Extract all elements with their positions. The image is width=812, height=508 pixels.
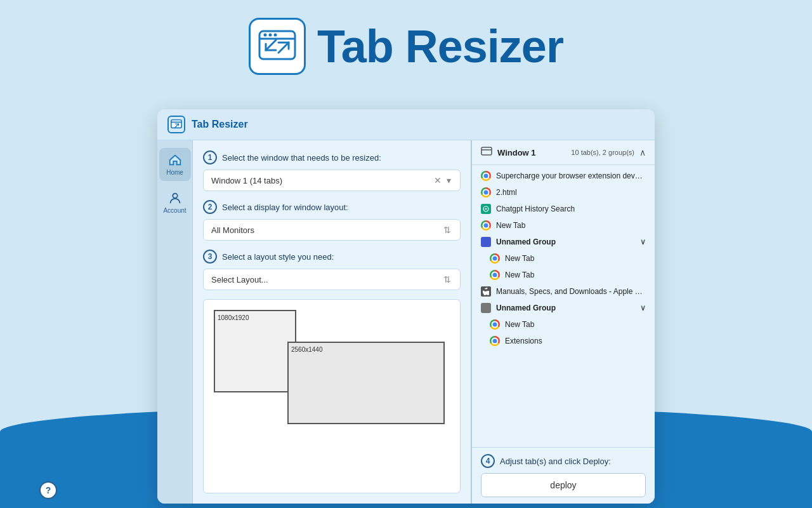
- app-titlebar: Tab Resizer: [157, 109, 655, 140]
- tab-favicon-chrome: [490, 270, 500, 280]
- tab-title: New Tab: [496, 221, 646, 230]
- deploy-button[interactable]: deploy: [481, 473, 646, 497]
- app-logo-icon: [249, 18, 306, 75]
- titlebar-label: Tab Resizer: [192, 119, 248, 130]
- tab-title: 2.html: [496, 188, 646, 197]
- step1-value: Window 1 (14 tabs): [211, 176, 433, 185]
- tab-item[interactable]: Supercharge your browser extension devel…: [472, 168, 655, 184]
- svg-rect-8: [481, 147, 492, 155]
- tab-item[interactable]: New Tab: [472, 250, 655, 267]
- tab-item[interactable]: 2.html: [472, 184, 655, 201]
- app-window: Tab Resizer Home Account: [157, 109, 655, 504]
- step1-header: 1 Select the window that needs to be res…: [203, 150, 461, 164]
- window-collapse-icon[interactable]: ∧: [639, 147, 646, 157]
- step1-clear-icon[interactable]: ✕: [433, 175, 443, 185]
- tab-item[interactable]: Extensions: [472, 333, 655, 349]
- svg-point-4: [274, 34, 277, 37]
- tab-favicon-chrome: [490, 253, 500, 264]
- group-title: Unnamed Group: [496, 237, 635, 246]
- group-chevron-icon[interactable]: ∨: [640, 304, 646, 312]
- sidebar-item-account[interactable]: Account: [159, 186, 191, 219]
- step4-number: 4: [481, 454, 495, 468]
- tab-item[interactable]: New Tab: [472, 267, 655, 283]
- right-panel: Window 1 10 tab(s), 2 group(s) ∧ Superch…: [472, 140, 655, 504]
- monitor-box-1-label: 1080x1920: [215, 313, 252, 323]
- left-panel: 1 Select the window that needs to be res…: [193, 140, 472, 504]
- step2-number: 2: [203, 200, 217, 214]
- step2-header: 2 Select a display for window layout:: [203, 200, 461, 214]
- tab-title: New Tab: [505, 320, 646, 329]
- deploy-section: 4 Adjust tab(s) and click Deploy: deploy: [472, 447, 655, 504]
- sidebar-item-home[interactable]: Home: [159, 148, 191, 181]
- monitor-preview: 1080x1920 2560x1440: [203, 299, 461, 493]
- monitor-box-2-label: 2560x1440: [289, 345, 325, 354]
- step3-label: Select a layout style you need:: [222, 252, 334, 262]
- step2-spinner-icon[interactable]: ⇅: [442, 225, 452, 235]
- window-icon: [481, 147, 492, 158]
- sidebar-account-label: Account: [163, 207, 186, 214]
- tab-title: Extensions: [505, 337, 646, 345]
- tab-favicon-chrome: [481, 220, 491, 231]
- sidebar: Home Account: [157, 140, 193, 504]
- tab-favicon-chatgpt: [481, 204, 491, 214]
- tab-item[interactable]: Manuals, Specs, and Downloads - Apple Su…: [472, 283, 655, 300]
- window-title: Window 1: [497, 148, 566, 157]
- step3-header: 3 Select a layout style you need:: [203, 250, 461, 264]
- step1-ctrl-icons: ✕ ▾: [433, 175, 452, 185]
- svg-point-7: [173, 194, 177, 198]
- step3-number: 3: [203, 250, 217, 264]
- tab-title: New Tab: [505, 271, 646, 279]
- step4-header: 4 Adjust tab(s) and click Deploy:: [481, 454, 646, 468]
- tab-favicon-chrome: [490, 319, 500, 330]
- group-dot: [481, 237, 491, 247]
- monitor-box-2: 2560x1440: [287, 342, 445, 424]
- step2-label: Select a display for window layout:: [222, 203, 348, 212]
- tab-favicon-chrome: [481, 171, 491, 181]
- step1-dropdown-icon[interactable]: ▾: [445, 175, 452, 185]
- tab-list: Supercharge your browser extension devel…: [472, 165, 655, 447]
- app-title: Tab Resizer: [317, 20, 563, 72]
- tab-title: Manuals, Specs, and Downloads - Apple Su…: [496, 287, 646, 296]
- group-chevron-icon[interactable]: ∨: [640, 237, 646, 246]
- step3-value: Select Layout...: [211, 275, 442, 284]
- svg-point-2: [264, 34, 267, 37]
- tab-title: Chatgpt History Search: [496, 204, 646, 213]
- step1-control[interactable]: Window 1 (14 tabs) ✕ ▾: [203, 170, 461, 191]
- step2-control[interactable]: All Monitors ⇅: [203, 219, 461, 241]
- step3-spinner-icon[interactable]: ⇅: [442, 274, 452, 284]
- window-count: 10 tab(s), 2 group(s): [571, 149, 634, 156]
- group-title: Unnamed Group: [496, 304, 635, 312]
- tab-favicon-chrome: [490, 336, 500, 346]
- sidebar-home-label: Home: [166, 169, 183, 176]
- window-header: Window 1 10 tab(s), 2 group(s) ∧: [472, 140, 655, 165]
- step1-section: 1 Select the window that needs to be res…: [203, 150, 461, 191]
- step1-number: 1: [203, 150, 217, 164]
- monitor-inner: 1080x1920 2560x1440: [211, 307, 452, 422]
- tab-item[interactable]: New Tab: [472, 217, 655, 234]
- step4-label: Adjust tab(s) and click Deploy:: [500, 457, 611, 466]
- step1-label: Select the window that needs to be resiz…: [222, 153, 381, 163]
- help-button[interactable]: ?: [39, 481, 57, 499]
- monitor-box-1: 1080x1920: [214, 310, 296, 392]
- tab-title: New Tab: [505, 254, 646, 263]
- titlebar-icon: [167, 116, 185, 133]
- tab-favicon-chrome: [481, 187, 491, 197]
- tab-favicon-apple: [481, 286, 491, 297]
- tab-title: Supercharge your browser extension devel…: [496, 171, 646, 180]
- tab-group-row[interactable]: Unnamed Group ∨: [472, 300, 655, 316]
- app-body: Home Account 1 Select the window that ne…: [157, 140, 655, 504]
- step2-section: 2 Select a display for window layout: Al…: [203, 200, 461, 241]
- tab-item[interactable]: Chatgpt History Search: [472, 201, 655, 217]
- tab-item[interactable]: New Tab: [472, 316, 655, 333]
- step2-value: All Monitors: [211, 225, 442, 235]
- step3-control[interactable]: Select Layout... ⇅: [203, 269, 461, 290]
- svg-point-3: [269, 34, 272, 37]
- step3-section: 3 Select a layout style you need: Select…: [203, 250, 461, 290]
- page-header: Tab Resizer: [0, 18, 812, 75]
- group-dot: [481, 303, 491, 313]
- tab-group-row[interactable]: Unnamed Group ∨: [472, 234, 655, 250]
